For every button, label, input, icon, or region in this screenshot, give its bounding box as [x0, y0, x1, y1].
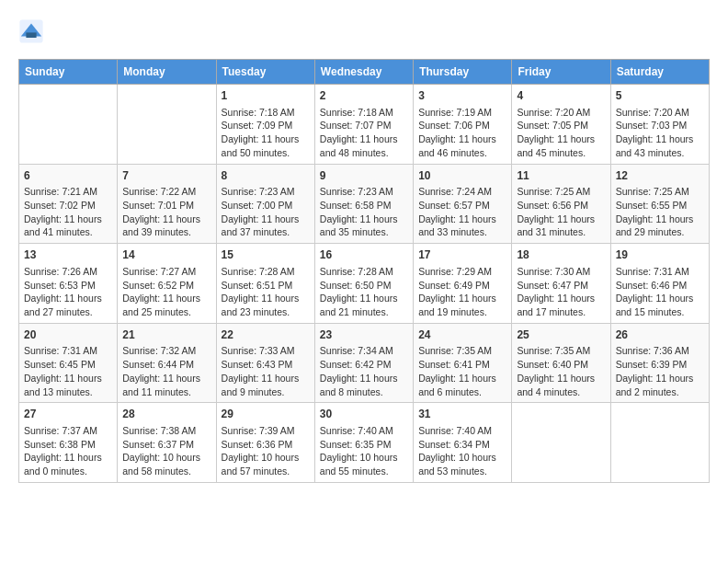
day-number: 31: [418, 407, 506, 422]
day-number: 5: [616, 88, 704, 104]
calendar-cell: 2Sunrise: 7:18 AM Sunset: 7:07 PM Daylig…: [314, 85, 413, 165]
calendar-cell: 24Sunrise: 7:35 AM Sunset: 6:41 PM Dayli…: [414, 323, 512, 403]
calendar-cell: 15Sunrise: 7:28 AM Sunset: 6:51 PM Dayli…: [216, 244, 314, 324]
day-content: Sunrise: 7:25 AM Sunset: 6:55 PM Dayligh…: [616, 185, 704, 239]
calendar-cell: 4Sunrise: 7:20 AM Sunset: 7:05 PM Daylig…: [512, 85, 610, 165]
day-number: 18: [517, 247, 605, 263]
day-content: Sunrise: 7:18 AM Sunset: 7:09 PM Dayligh…: [222, 106, 310, 160]
day-number: 6: [24, 168, 112, 184]
calendar-cell: 28Sunrise: 7:38 AM Sunset: 6:37 PM Dayli…: [118, 403, 216, 483]
week-row-5: 27Sunrise: 7:37 AM Sunset: 6:38 PM Dayli…: [19, 403, 710, 483]
day-number: 7: [122, 168, 210, 184]
day-number: 15: [222, 247, 310, 263]
calendar-cell: 25Sunrise: 7:35 AM Sunset: 6:40 PM Dayli…: [512, 323, 610, 403]
day-number: 27: [24, 407, 112, 422]
day-content: Sunrise: 7:20 AM Sunset: 7:05 PM Dayligh…: [517, 106, 605, 160]
calendar-cell: 29Sunrise: 7:39 AM Sunset: 6:36 PM Dayli…: [216, 403, 314, 483]
day-content: Sunrise: 7:35 AM Sunset: 6:41 PM Dayligh…: [418, 344, 506, 398]
day-number: 24: [418, 327, 506, 343]
day-number: 17: [418, 247, 506, 263]
day-content: Sunrise: 7:19 AM Sunset: 7:06 PM Dayligh…: [418, 106, 506, 160]
day-content: Sunrise: 7:22 AM Sunset: 7:01 PM Dayligh…: [122, 185, 210, 239]
logo-icon: [18, 18, 44, 44]
day-header-tuesday: Tuesday: [216, 60, 314, 85]
calendar-cell: 30Sunrise: 7:40 AM Sunset: 6:35 PM Dayli…: [314, 403, 413, 483]
day-content: Sunrise: 7:26 AM Sunset: 6:53 PM Dayligh…: [24, 265, 112, 319]
calendar-cell: 16Sunrise: 7:28 AM Sunset: 6:50 PM Dayli…: [314, 244, 413, 324]
day-number: 4: [517, 88, 605, 104]
day-number: 25: [517, 327, 605, 343]
day-number: 16: [320, 247, 408, 263]
calendar-cell: 12Sunrise: 7:25 AM Sunset: 6:55 PM Dayli…: [610, 164, 709, 244]
calendar-cell: [512, 403, 610, 483]
day-content: Sunrise: 7:29 AM Sunset: 6:49 PM Dayligh…: [418, 265, 506, 319]
week-row-3: 13Sunrise: 7:26 AM Sunset: 6:53 PM Dayli…: [19, 244, 710, 324]
calendar-cell: 13Sunrise: 7:26 AM Sunset: 6:53 PM Dayli…: [19, 244, 118, 324]
day-content: Sunrise: 7:32 AM Sunset: 6:44 PM Dayligh…: [122, 344, 210, 398]
day-content: Sunrise: 7:31 AM Sunset: 6:45 PM Dayligh…: [24, 344, 112, 398]
svg-rect-2: [26, 32, 36, 38]
day-number: 10: [418, 168, 506, 184]
calendar-cell: 6Sunrise: 7:21 AM Sunset: 7:02 PM Daylig…: [19, 164, 118, 244]
day-content: Sunrise: 7:30 AM Sunset: 6:47 PM Dayligh…: [517, 265, 605, 319]
calendar-cell: 9Sunrise: 7:23 AM Sunset: 6:58 PM Daylig…: [314, 164, 413, 244]
logo: [18, 18, 48, 44]
day-number: 30: [320, 407, 408, 422]
calendar-cell: [19, 85, 118, 165]
day-content: Sunrise: 7:23 AM Sunset: 6:58 PM Dayligh…: [320, 185, 408, 239]
day-content: Sunrise: 7:31 AM Sunset: 6:46 PM Dayligh…: [616, 265, 704, 319]
day-number: 9: [320, 168, 408, 184]
calendar-cell: 1Sunrise: 7:18 AM Sunset: 7:09 PM Daylig…: [216, 85, 314, 165]
day-content: Sunrise: 7:37 AM Sunset: 6:38 PM Dayligh…: [24, 424, 112, 478]
day-content: Sunrise: 7:18 AM Sunset: 7:07 PM Dayligh…: [320, 106, 408, 160]
day-content: Sunrise: 7:36 AM Sunset: 6:39 PM Dayligh…: [616, 344, 704, 398]
day-content: Sunrise: 7:40 AM Sunset: 6:35 PM Dayligh…: [320, 424, 408, 478]
calendar-body: 1Sunrise: 7:18 AM Sunset: 7:09 PM Daylig…: [19, 85, 710, 483]
day-content: Sunrise: 7:33 AM Sunset: 6:43 PM Dayligh…: [222, 344, 310, 398]
calendar-cell: 21Sunrise: 7:32 AM Sunset: 6:44 PM Dayli…: [118, 323, 216, 403]
day-number: 14: [122, 247, 210, 263]
calendar-cell: 19Sunrise: 7:31 AM Sunset: 6:46 PM Dayli…: [610, 244, 709, 324]
calendar-cell: 26Sunrise: 7:36 AM Sunset: 6:39 PM Dayli…: [610, 323, 709, 403]
day-content: Sunrise: 7:38 AM Sunset: 6:37 PM Dayligh…: [122, 424, 210, 478]
day-number: 2: [320, 88, 408, 104]
page-header: [18, 18, 710, 44]
calendar-cell: 18Sunrise: 7:30 AM Sunset: 6:47 PM Dayli…: [512, 244, 610, 324]
calendar-cell: 17Sunrise: 7:29 AM Sunset: 6:49 PM Dayli…: [414, 244, 512, 324]
calendar-cell: 31Sunrise: 7:40 AM Sunset: 6:34 PM Dayli…: [414, 403, 512, 483]
day-number: 8: [222, 168, 310, 184]
day-header-wednesday: Wednesday: [314, 60, 413, 85]
calendar-cell: 14Sunrise: 7:27 AM Sunset: 6:52 PM Dayli…: [118, 244, 216, 324]
day-content: Sunrise: 7:24 AM Sunset: 6:57 PM Dayligh…: [418, 185, 506, 239]
calendar-cell: 5Sunrise: 7:20 AM Sunset: 7:03 PM Daylig…: [610, 85, 709, 165]
day-number: 23: [320, 327, 408, 343]
calendar-cell: 3Sunrise: 7:19 AM Sunset: 7:06 PM Daylig…: [414, 85, 512, 165]
day-content: Sunrise: 7:34 AM Sunset: 6:42 PM Dayligh…: [320, 344, 408, 398]
day-content: Sunrise: 7:20 AM Sunset: 7:03 PM Dayligh…: [616, 106, 704, 160]
day-number: 11: [517, 168, 605, 184]
day-number: 3: [418, 88, 506, 104]
day-number: 1: [222, 88, 310, 104]
calendar-table: SundayMondayTuesdayWednesdayThursdayFrid…: [18, 59, 710, 483]
day-content: Sunrise: 7:23 AM Sunset: 7:00 PM Dayligh…: [222, 185, 310, 239]
day-header-friday: Friday: [512, 60, 610, 85]
day-content: Sunrise: 7:27 AM Sunset: 6:52 PM Dayligh…: [122, 265, 210, 319]
day-number: 26: [616, 327, 704, 343]
header-row: SundayMondayTuesdayWednesdayThursdayFrid…: [19, 60, 710, 85]
day-content: Sunrise: 7:40 AM Sunset: 6:34 PM Dayligh…: [418, 424, 506, 478]
day-header-thursday: Thursday: [414, 60, 512, 85]
day-content: Sunrise: 7:35 AM Sunset: 6:40 PM Dayligh…: [517, 344, 605, 398]
calendar-cell: [118, 85, 216, 165]
day-header-saturday: Saturday: [610, 60, 709, 85]
week-row-4: 20Sunrise: 7:31 AM Sunset: 6:45 PM Dayli…: [19, 323, 710, 403]
day-number: 19: [616, 247, 704, 263]
calendar-cell: 22Sunrise: 7:33 AM Sunset: 6:43 PM Dayli…: [216, 323, 314, 403]
day-number: 20: [24, 327, 112, 343]
calendar-cell: 7Sunrise: 7:22 AM Sunset: 7:01 PM Daylig…: [118, 164, 216, 244]
day-content: Sunrise: 7:28 AM Sunset: 6:51 PM Dayligh…: [222, 265, 310, 319]
day-content: Sunrise: 7:21 AM Sunset: 7:02 PM Dayligh…: [24, 185, 112, 239]
week-row-1: 1Sunrise: 7:18 AM Sunset: 7:09 PM Daylig…: [19, 85, 710, 165]
calendar-cell: 10Sunrise: 7:24 AM Sunset: 6:57 PM Dayli…: [414, 164, 512, 244]
calendar-cell: 20Sunrise: 7:31 AM Sunset: 6:45 PM Dayli…: [19, 323, 118, 403]
day-content: Sunrise: 7:25 AM Sunset: 6:56 PM Dayligh…: [517, 185, 605, 239]
